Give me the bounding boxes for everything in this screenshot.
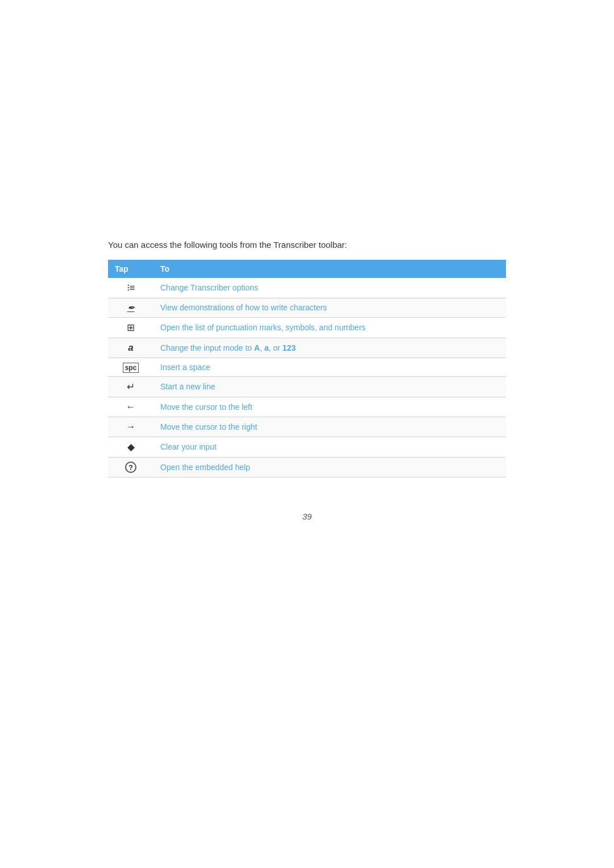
change-input-mode: Change the input mode to A, a, or 123 [154, 338, 506, 358]
table-row: spcInsert a space [108, 358, 506, 376]
insert-space: Insert a space [154, 358, 506, 376]
table-body: ⁝≡Change Transcriber options✒View demons… [108, 278, 506, 477]
table-row: ⊞Open the list of punctuation marks, sym… [108, 317, 506, 338]
cursor-right-icon: → [108, 417, 154, 437]
open-punctuation-list: Open the list of punctuation marks, symb… [154, 317, 506, 338]
table-row: ←Move the cursor to the left [108, 397, 506, 417]
header-row: Tap To [108, 260, 506, 278]
insert-space-icon: spc [108, 358, 154, 376]
open-embedded-help: Open the embedded help [154, 457, 506, 477]
move-cursor-right: Move the cursor to the right [154, 417, 506, 437]
help-icon: ? [108, 457, 154, 477]
clear-input: Clear your input [154, 437, 506, 457]
header-tap: Tap [108, 260, 154, 278]
page-container: You can access the following tools from … [108, 0, 506, 635]
table-row: ↵Start a new line [108, 376, 506, 397]
start-new-line: Start a new line [154, 376, 506, 397]
view-demonstrations-icon: ✒ [108, 298, 154, 317]
table-row: ⁝≡Change Transcriber options [108, 278, 506, 298]
table-row: →Move the cursor to the right [108, 417, 506, 437]
cursor-left-icon: ← [108, 397, 154, 417]
view-demonstrations: View demonstrations of how to write char… [154, 298, 506, 317]
page-number: 39 [108, 512, 506, 521]
new-line-icon: ↵ [108, 376, 154, 397]
table-row: ✒View demonstrations of how to write cha… [108, 298, 506, 317]
clear-input-icon: ◆ [108, 437, 154, 457]
input-mode-icon: a [108, 338, 154, 358]
move-cursor-left: Move the cursor to the left [154, 397, 506, 417]
intro-text: You can access the following tools from … [108, 239, 506, 252]
header-to: To [154, 260, 506, 278]
punctuation-list-icon: ⊞ [108, 317, 154, 338]
table-row: ?Open the embedded help [108, 457, 506, 477]
change-transcriber-options: Change Transcriber options [154, 278, 506, 298]
toolbar-table: Tap To ⁝≡Change Transcriber options✒View… [108, 260, 506, 477]
table-row: aChange the input mode to A, a, or 123 [108, 338, 506, 358]
table-row: ◆Clear your input [108, 437, 506, 457]
transcriber-options-icon: ⁝≡ [108, 278, 154, 298]
table-header: Tap To [108, 260, 506, 278]
